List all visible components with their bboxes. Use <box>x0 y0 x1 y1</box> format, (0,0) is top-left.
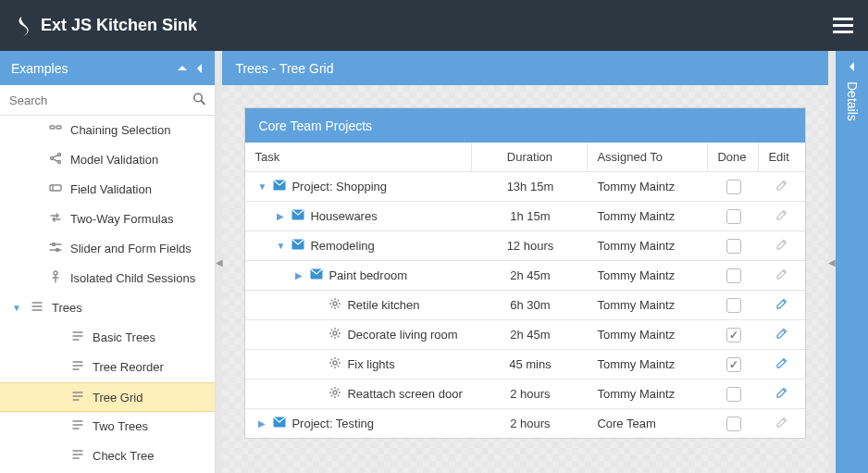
col-header-duration[interactable]: Duration <box>472 143 588 171</box>
svg-rect-0 <box>833 18 853 20</box>
col-header-assigned[interactable]: Assigned To <box>588 143 708 171</box>
col-header-done[interactable]: Done <box>708 143 759 171</box>
spacer: ▶ <box>312 300 323 310</box>
assigned-value: Tommy Maintz <box>597 209 675 223</box>
sidebar-item-label: Field Validation <box>70 182 152 196</box>
table-row[interactable]: ▶Paint bedroom2h 45mTommy Maintz <box>245 261 805 291</box>
expand-left-icon[interactable] <box>849 60 856 74</box>
edit-button[interactable] <box>775 268 788 283</box>
table-row[interactable]: ▶Fix lights45 minsTommy Maintz <box>245 350 805 380</box>
table-row[interactable]: ▶Retile kitchen6h 30mTommy Maintz <box>245 291 805 320</box>
edit-button[interactable] <box>775 416 788 431</box>
field-icon <box>48 181 63 197</box>
edit-button[interactable] <box>775 386 788 402</box>
sidebar-item-label: Trees <box>52 301 82 315</box>
edit-button[interactable] <box>775 356 788 372</box>
done-checkbox[interactable] <box>726 387 741 402</box>
details-panel-collapsed[interactable]: Details <box>836 51 868 473</box>
search-input[interactable] <box>0 85 215 115</box>
svg-line-53 <box>331 306 332 307</box>
sidebar-item-model-validation[interactable]: Model Validation <box>0 145 215 175</box>
svg-line-83 <box>331 395 332 396</box>
edit-button[interactable] <box>775 297 788 313</box>
collapse-up-icon[interactable] <box>178 61 187 76</box>
splitter-left[interactable]: ◀ <box>216 51 223 473</box>
done-checkbox[interactable] <box>726 357 741 372</box>
sidebar-item-check-tree[interactable]: Check Tree <box>0 442 215 471</box>
table-row[interactable]: ▶Housewares1h 15mTommy Maintz <box>245 202 805 231</box>
grid-body: ▼Project: Shopping13h 15mTommy Maintz▶Ho… <box>245 172 805 438</box>
content-title-bar: Trees - Tree Grid <box>222 51 828 85</box>
spacer: ▶ <box>312 359 323 369</box>
svg-line-52 <box>338 300 339 301</box>
expand-caret-icon[interactable]: ▶ <box>275 211 286 221</box>
assigned-value: Core Team <box>597 417 655 430</box>
collapse-caret-icon[interactable]: ▼ <box>275 241 286 251</box>
sidebar-item-chaining-selection[interactable]: Chaining Selection <box>0 116 215 145</box>
sidebar-item-trees[interactable]: ▼Trees <box>0 293 215 323</box>
hamburger-menu-button[interactable] <box>833 18 853 34</box>
collapse-arrow-icon[interactable]: ▼ <box>11 303 22 313</box>
svg-rect-1 <box>833 24 853 27</box>
done-checkbox[interactable] <box>726 298 741 313</box>
svg-line-10 <box>53 156 58 158</box>
table-row[interactable]: ▼Remodeling12 hoursTommy Maintz <box>245 231 805 261</box>
sidebar-item-label: Tree Reorder <box>93 360 164 374</box>
content-title: Trees - Tree Grid <box>235 61 333 76</box>
sidebar-item-label: Tree Grid <box>93 391 143 405</box>
expand-caret-icon[interactable]: ▶ <box>256 418 267 429</box>
grid-header-row: Task Duration Assigned To Done Edit <box>245 143 805 172</box>
sidebar-header[interactable]: Examples <box>0 51 215 85</box>
sidebar-item-label: Two-Way Formulas <box>70 212 173 226</box>
edit-button[interactable] <box>775 179 788 194</box>
examples-tree: Chaining SelectionModel ValidationField … <box>0 116 215 473</box>
svg-rect-5 <box>50 126 55 129</box>
done-checkbox[interactable] <box>726 328 741 342</box>
collapse-left-icon[interactable] <box>196 61 204 76</box>
table-row[interactable]: ▼Project: Shopping13h 15mTommy Maintz <box>245 172 805 202</box>
search-icon[interactable] <box>192 93 205 108</box>
sidebar-item-tree-reorder[interactable]: Tree Reorder <box>0 353 215 382</box>
sidebar-item-two-trees[interactable]: Two Trees <box>0 412 215 442</box>
svg-line-71 <box>338 366 339 367</box>
task-label: Remodeling <box>310 239 374 253</box>
sidebar-item-isolated-child-sessions[interactable]: Isolated Child Sessions <box>0 264 215 293</box>
sidebar-item-slider-and-form-fields[interactable]: Slider and Form Fields <box>0 234 215 264</box>
table-row[interactable]: ▶Reattach screen door2 hoursTommy Maintz <box>245 380 805 409</box>
expand-caret-icon[interactable]: ▶ <box>293 270 304 280</box>
svg-line-61 <box>338 336 339 337</box>
collapse-caret-icon[interactable]: ▼ <box>256 181 267 192</box>
table-row[interactable]: ▶Decorate living room2h 45mTommy Maintz <box>245 320 805 350</box>
edit-button[interactable] <box>775 327 788 342</box>
leaf-icon <box>70 448 85 464</box>
done-checkbox[interactable] <box>726 239 741 254</box>
svg-line-82 <box>338 389 339 390</box>
leaf-icon <box>70 359 85 375</box>
done-checkbox[interactable] <box>726 209 741 224</box>
table-row[interactable]: ▶Project: Testing2 hoursCore Team <box>245 409 805 438</box>
grid-titlebar[interactable]: Core Team Projects <box>245 108 805 143</box>
col-header-edit[interactable]: Edit <box>759 143 805 171</box>
sidebar-item-field-validation[interactable]: Field Validation <box>0 175 215 205</box>
spacer: ▶ <box>312 330 323 340</box>
done-checkbox[interactable] <box>726 417 741 431</box>
slider-icon <box>48 241 63 256</box>
duration-value: 2 hours <box>510 387 550 401</box>
sidebar-item-basic-trees[interactable]: Basic Trees <box>0 323 215 353</box>
sidebar-item-label: Basic Trees <box>93 330 155 344</box>
folder-icon <box>291 209 304 223</box>
done-checkbox[interactable] <box>726 180 741 194</box>
splitter-collapse-icon[interactable]: ◀ <box>216 257 223 268</box>
sidebar-tools <box>178 61 204 76</box>
done-checkbox[interactable] <box>726 268 741 283</box>
col-header-task[interactable]: Task <box>245 143 472 171</box>
splitter-expand-icon[interactable]: ◀ <box>828 257 836 268</box>
task-label: Housewares <box>310 209 377 223</box>
tree-grid-panel: Core Team Projects Task Duration Assigne… <box>244 107 806 439</box>
edit-button[interactable] <box>775 208 788 224</box>
sidebar-item-two-way-formulas[interactable]: Two-Way Formulas <box>0 205 215 234</box>
sidebar-item-tree-grid[interactable]: Tree Grid <box>0 382 215 412</box>
edit-button[interactable] <box>775 238 788 254</box>
duration-value: 2h 45m <box>510 328 550 342</box>
splitter-right[interactable]: ◀ <box>828 51 836 473</box>
